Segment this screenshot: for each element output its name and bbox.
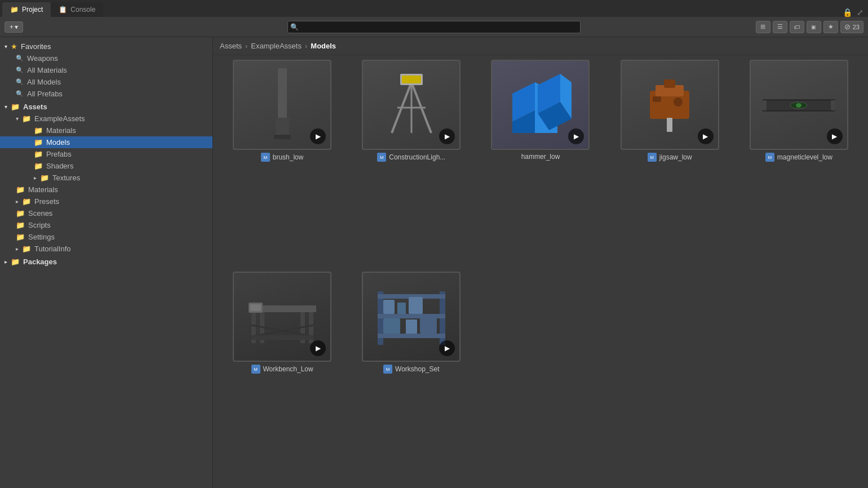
breadcrumb-assets[interactable]: Assets xyxy=(220,42,242,50)
project-tab-icon: 📁 xyxy=(10,6,19,14)
shaders-folder-icon: 📁 xyxy=(34,162,43,170)
scenes-label: Scenes xyxy=(28,209,52,218)
tab-console[interactable]: 📋 Console xyxy=(51,2,103,17)
asset-item-construction-light[interactable]: ▶ M ConstructionLigh... xyxy=(347,60,476,272)
eye-button[interactable]: ⊘ 23 xyxy=(840,21,863,33)
svg-rect-34 xyxy=(251,335,313,340)
spacer-btn[interactable]: ▣ xyxy=(807,21,821,33)
assets-header[interactable]: ▾ 📁 Assets xyxy=(0,101,212,113)
sidebar-item-materials[interactable]: 📁 Materials xyxy=(0,184,212,196)
svg-rect-44 xyxy=(409,297,423,314)
textures-label: Textures xyxy=(52,174,80,182)
assets-folder-icon: 📁 xyxy=(11,103,20,111)
tutorial-label: TutorialInfo xyxy=(34,245,71,253)
svg-rect-43 xyxy=(397,303,406,314)
sidebar-item-models[interactable]: 📁 Models xyxy=(0,136,212,148)
workbench-play-btn[interactable]: ▶ xyxy=(310,340,326,356)
thumbnail-icon: ⊞ xyxy=(760,23,765,30)
jigsaw-type-icon: M xyxy=(648,153,657,162)
sidebar-item-scripts[interactable]: 📁 Scripts xyxy=(0,219,212,231)
breadcrumb-example-assets[interactable]: ExampleAssets xyxy=(251,42,302,50)
toolbar: + ▾ 🔍 ⊞ ☰ 🏷 ▣ ★ ⊘ 23 xyxy=(0,17,868,37)
level-play-btn[interactable]: ▶ xyxy=(827,128,843,144)
jigsaw-label: M jigsaw_low xyxy=(648,153,692,162)
sidebar-item-weapons[interactable]: 🔍 Weapons xyxy=(0,52,212,64)
sidebar-item-materials-sub[interactable]: 📁 Materials xyxy=(0,125,212,136)
brush-svg xyxy=(265,68,299,141)
level-type-icon: M xyxy=(765,153,774,162)
asset-grid: ▶ M brush_low xyxy=(213,55,868,488)
asset-item-workbench[interactable]: ▶ M Workbench_Low xyxy=(218,272,347,483)
tag-button[interactable]: 🏷 xyxy=(790,21,804,33)
eye-count: 23 xyxy=(853,24,860,30)
sidebar-item-textures[interactable]: ▸ 📁 Textures xyxy=(0,172,212,184)
svg-rect-2 xyxy=(274,135,291,139)
asset-thumb-magneticlevel: ▶ xyxy=(750,60,848,150)
sidebar-item-settings[interactable]: 📁 Settings xyxy=(0,231,212,243)
asset-thumb-construction-light: ▶ xyxy=(362,60,460,150)
asset-item-workshop[interactable]: ▶ M Workshop_Set xyxy=(347,272,476,483)
magneticlevel-label: M magneticlevel_low xyxy=(765,153,832,162)
sidebar-item-shaders[interactable]: 📁 Shaders xyxy=(0,160,212,172)
thumbnail-view-button[interactable]: ⊞ xyxy=(756,21,770,33)
sidebar-item-tutorial-info[interactable]: ▸ 📁 TutorialInfo xyxy=(0,243,212,255)
sidebar-item-presets[interactable]: ▸ 📁 Presets xyxy=(0,196,212,207)
magneticlevel-name: magneticlevel_low xyxy=(777,153,832,161)
svg-point-24 xyxy=(796,103,801,108)
sidebar-item-prefabs[interactable]: 📁 Prefabs xyxy=(0,148,212,160)
star-button[interactable]: ★ xyxy=(823,21,838,33)
prefabs-label: Prefabs xyxy=(46,150,72,158)
svg-rect-19 xyxy=(653,96,661,102)
asset-item-hammer[interactable]: ▶ hammer_low xyxy=(476,60,605,272)
asset-thumb-hammer: ▶ xyxy=(491,60,590,150)
breadcrumb-sep-2: › xyxy=(305,42,307,50)
list-view-button[interactable]: ☰ xyxy=(773,21,787,33)
packages-header[interactable]: ▸ 📁 Packages xyxy=(0,256,212,268)
sidebar-item-scenes[interactable]: 📁 Scenes xyxy=(0,207,212,219)
add-icon: + xyxy=(10,23,14,31)
workshop-svg xyxy=(375,286,448,348)
sidebar-item-all-models[interactable]: 🔍 All Models xyxy=(0,76,212,88)
all-models-label: All Models xyxy=(27,78,61,86)
svg-rect-1 xyxy=(276,118,289,136)
breadcrumb-models: Models xyxy=(311,42,336,50)
top-right-icons: 🔒 ⤢ xyxy=(843,8,868,17)
level-svg xyxy=(759,88,838,122)
lock-icon: 🔒 xyxy=(843,8,852,17)
favorites-header[interactable]: ▾ ★ Favorites xyxy=(0,41,212,52)
sidebar-item-all-materials[interactable]: 🔍 All Materials xyxy=(0,64,212,76)
asset-item-brush[interactable]: ▶ M brush_low xyxy=(218,60,347,272)
presets-arrow: ▸ xyxy=(16,198,19,205)
svg-rect-18 xyxy=(667,118,672,132)
brush-play-btn[interactable]: ▶ xyxy=(310,128,326,144)
sidebar-item-example-assets-header[interactable]: ▾ 📁 ExampleAssets xyxy=(0,113,212,125)
asset-thumb-workbench: ▶ xyxy=(233,272,331,362)
asset-item-jigsaw[interactable]: ▶ M jigsaw_low xyxy=(605,60,734,272)
example-assets-label: ExampleAssets xyxy=(34,114,85,123)
jigsaw-play-btn[interactable]: ▶ xyxy=(698,128,714,144)
example-assets-folder-icon: 📁 xyxy=(22,114,31,123)
svg-rect-8 xyxy=(402,76,421,83)
brush-type-icon: M xyxy=(261,153,270,162)
search-container: 🔍 xyxy=(287,21,581,33)
tab-project[interactable]: 📁 Project xyxy=(2,2,51,17)
tutorial-arrow: ▸ xyxy=(16,246,19,252)
materials-sub-label: Materials xyxy=(46,126,76,135)
add-dropdown-icon: ▾ xyxy=(15,23,18,31)
favorites-label: Favorites xyxy=(21,42,51,51)
search-input[interactable] xyxy=(301,23,580,31)
workshop-label: M Workshop_Set xyxy=(383,365,440,374)
all-materials-search-icon: 🔍 xyxy=(16,66,24,74)
svg-rect-47 xyxy=(420,317,437,334)
asset-item-magneticlevel[interactable]: ▶ M magneticlevel_low xyxy=(734,60,863,272)
scripts-label: Scripts xyxy=(28,221,51,229)
workshop-type-icon: M xyxy=(383,365,392,374)
assets-label: Assets xyxy=(23,103,47,111)
models-label: Models xyxy=(46,138,70,147)
svg-rect-36 xyxy=(250,304,261,311)
add-button[interactable]: + ▾ xyxy=(5,21,23,33)
sidebar-item-all-prefabs[interactable]: 🔍 All Prefabs xyxy=(0,88,212,100)
workbench-type-icon: M xyxy=(251,365,260,374)
example-assets-arrow: ▾ xyxy=(16,116,19,122)
favorites-star: ★ xyxy=(11,42,17,51)
